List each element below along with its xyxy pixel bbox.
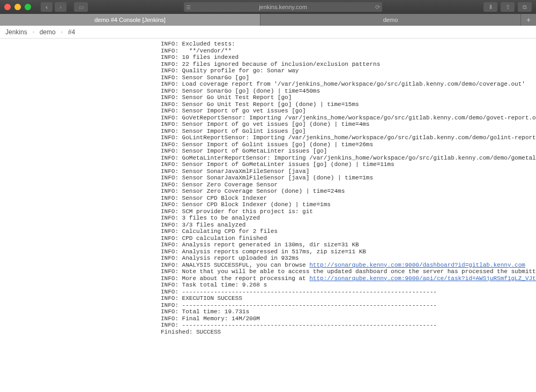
toolbar-right: ⬇ ⇪ ⧉ <box>483 2 532 12</box>
breadcrumb-item-build[interactable]: #4 <box>68 28 75 36</box>
maximize-window-button[interactable] <box>25 4 31 10</box>
sidebar-toggle-button[interactable]: ▭ <box>74 2 88 12</box>
tabs-icon: ⧉ <box>523 4 527 11</box>
breadcrumb: Jenkins › demo › #4 <box>0 26 536 39</box>
reload-icon[interactable]: ⟳ <box>375 4 380 11</box>
url-bar[interactable]: ☰ jenkins.kenny.com ⟳ <box>184 2 382 12</box>
plus-icon: + <box>526 16 531 24</box>
tabs-button[interactable]: ⧉ <box>518 2 532 12</box>
forward-button[interactable]: › <box>55 2 66 12</box>
close-window-button[interactable] <box>4 4 11 10</box>
reader-icon[interactable]: ☰ <box>186 4 191 10</box>
download-icon: ⬇ <box>488 4 493 11</box>
tab-label: demo #4 Console [Jenkins] <box>94 17 166 23</box>
minimize-window-button[interactable] <box>14 4 21 10</box>
back-button[interactable]: ‹ <box>41 2 53 12</box>
share-button[interactable]: ⇪ <box>501 2 515 12</box>
browser-tab-0[interactable]: demo #4 Console [Jenkins] <box>0 14 260 26</box>
url-bar-wrap: ☰ jenkins.kenny.com ⟳ <box>92 2 474 12</box>
new-tab-button[interactable]: + <box>521 14 536 26</box>
chevron-left-icon: ‹ <box>46 4 48 10</box>
chevron-right-icon: › <box>59 4 62 10</box>
share-icon: ⇪ <box>505 4 510 11</box>
breadcrumb-item-demo[interactable]: demo <box>40 28 56 36</box>
nav-controls: ‹ › <box>41 2 66 12</box>
console-output-scroll[interactable]: INFO: Excluded tests: INFO: **/vendor/**… <box>0 39 536 392</box>
downloads-button[interactable]: ⬇ <box>483 2 497 12</box>
breadcrumb-item-jenkins[interactable]: Jenkins <box>5 28 27 36</box>
browser-tab-bar: demo #4 Console [Jenkins] demo + <box>0 14 536 26</box>
window-controls <box>4 4 31 10</box>
console-output: INFO: Excluded tests: INFO: **/vendor/**… <box>0 39 536 346</box>
browser-titlebar: ‹ › ▭ ☰ jenkins.kenny.com ⟳ ⬇ ⇪ ⧉ <box>0 0 536 14</box>
chevron-right-icon: › <box>33 29 34 35</box>
sidebar-icon: ▭ <box>79 4 84 10</box>
url-text: jenkins.kenny.com <box>259 4 307 10</box>
tab-label: demo <box>383 17 398 23</box>
browser-tab-1[interactable]: demo <box>260 14 521 26</box>
chevron-right-icon: › <box>61 29 63 35</box>
